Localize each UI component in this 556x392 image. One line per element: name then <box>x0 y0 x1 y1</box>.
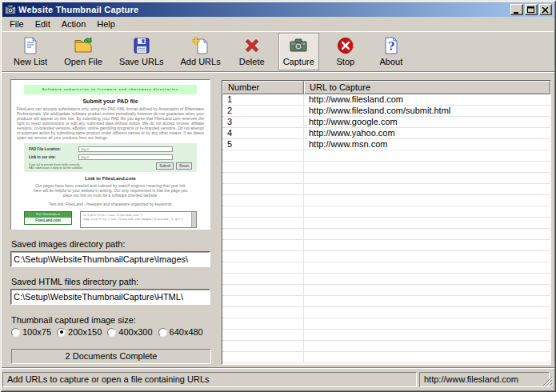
images-path-input[interactable] <box>10 251 210 267</box>
table-row-empty <box>222 274 550 285</box>
table-row[interactable]: 4http://www.yahoo.com <box>222 128 550 139</box>
menu-item-edit[interactable]: Edit <box>30 18 56 30</box>
toolbar-button-label: New List <box>14 57 47 66</box>
webpage-preview-thumbnail: Software submission to freeware and shar… <box>10 79 210 230</box>
cell-number <box>222 150 304 161</box>
thumbnail-size-label: Thumbnail captured image size: <box>11 315 136 325</box>
radio-button-200x150-selected[interactable] <box>57 328 66 337</box>
menu-bar: FileEditActionHelp <box>2 17 554 32</box>
toolbar-button-stop[interactable]: Stop <box>326 33 365 70</box>
thumbnail-size-options: 100x75200x150400x300640x480 <box>11 327 219 337</box>
cell-url <box>304 195 550 206</box>
cell-number: 1 <box>222 94 304 105</box>
table-row[interactable]: 5http://www.msn.com <box>222 139 550 150</box>
table-row-empty <box>222 162 550 173</box>
cell-url: http://www.filesland.com <box>304 94 550 105</box>
size-option-label: 100x75 <box>22 327 51 337</box>
radio-button-100x75[interactable] <box>11 328 20 337</box>
cell-url <box>304 352 550 362</box>
column-header-url[interactable]: URL to Capture <box>304 81 550 94</box>
cell-number <box>222 296 304 306</box>
cell-url <box>304 218 550 228</box>
cell-url <box>304 150 550 161</box>
cell-number <box>222 240 304 250</box>
table-row[interactable]: 3http://www.google.com <box>222 117 550 128</box>
svg-text:?: ? <box>388 40 394 53</box>
toolbar-button-label: About <box>379 57 402 66</box>
toolbar-button-label: Delete <box>239 57 265 66</box>
size-option-640x480[interactable]: 640x480 <box>158 327 203 337</box>
preview-heading: Submit your PAD file <box>11 98 210 104</box>
cell-url <box>304 285 550 295</box>
toolbar-button-about[interactable]: ?About <box>372 33 410 70</box>
toolbar-button-delete[interactable]: Delete <box>233 33 271 70</box>
toolbar-button-add-urls[interactable]: Add URLs <box>176 33 226 70</box>
window-title: Website Thumbnail Capture <box>18 5 510 14</box>
html-path-input[interactable] <box>10 289 210 305</box>
radio-button-400x300[interactable] <box>107 328 116 337</box>
table-row[interactable]: 1http://www.filesland.com <box>222 94 550 106</box>
preview-code-scrollbar <box>191 212 196 227</box>
toolbar-button-open-file[interactable]: Open File <box>59 33 107 70</box>
cell-url <box>304 184 550 194</box>
cell-number <box>222 274 304 284</box>
preview-pad-input: http:// <box>78 146 173 152</box>
size-option-200x150[interactable]: 200x150 <box>57 327 102 337</box>
table-row-empty <box>222 150 550 162</box>
table-row-empty <box>222 285 550 296</box>
table-row-empty <box>222 229 550 240</box>
table-row-empty <box>222 296 550 307</box>
add-urls-icon <box>191 36 210 55</box>
maximize-button[interactable] <box>525 4 538 15</box>
images-path-label: Saved images directory path: <box>11 239 125 249</box>
table-row-empty <box>222 330 550 341</box>
menu-item-help[interactable]: Help <box>91 18 121 30</box>
toolbar-button-label: Add URLs <box>181 57 221 66</box>
menu-item-action[interactable]: Action <box>56 18 92 30</box>
toolbar-button-save-urls[interactable]: Save URLs <box>114 33 169 70</box>
cell-number <box>222 229 304 239</box>
table-row-empty <box>222 218 550 229</box>
toolbar-button-new-list[interactable]: New List <box>9 33 52 70</box>
statusbar-divider <box>2 367 554 369</box>
column-header-number[interactable]: Number <box>222 81 304 94</box>
resize-grip[interactable] <box>542 376 553 386</box>
radio-button-640x480[interactable] <box>158 328 167 337</box>
url-table: Number URL to Capture 1http://www.filesl… <box>222 80 551 365</box>
preview-intro-text: FilesLand can accepts submissions only u… <box>17 106 204 140</box>
open-file-icon <box>74 36 93 55</box>
cell-number: 3 <box>222 117 304 127</box>
stop-icon <box>336 36 355 55</box>
cell-number <box>222 251 304 262</box>
minimize-button[interactable] <box>510 4 523 15</box>
table-row[interactable]: 2http://www.filesland.com/submit.html <box>222 106 550 117</box>
cell-url <box>304 251 550 262</box>
toolbar-button-label: Stop <box>336 57 354 66</box>
about-icon: ? <box>382 36 401 55</box>
cell-url <box>304 162 550 172</box>
cell-url <box>304 296 550 306</box>
documents-complete-status: 2 Documents Complete <box>11 349 211 364</box>
cell-number <box>222 330 304 340</box>
size-option-400x300[interactable]: 400x300 <box>107 327 152 337</box>
table-row-empty <box>222 262 550 274</box>
cell-url <box>304 307 550 318</box>
close-button[interactable] <box>539 4 552 15</box>
table-row-empty <box>222 184 550 195</box>
cell-number <box>222 206 304 217</box>
url-table-body: 1http://www.filesland.com2http://www.fil… <box>222 94 550 363</box>
toolbar-button-capture[interactable]: Capture <box>278 33 319 70</box>
cell-number: 4 <box>222 128 304 138</box>
camera-app-icon <box>5 4 16 15</box>
menu-item-file[interactable]: File <box>4 18 30 30</box>
table-row-empty <box>222 173 550 184</box>
capture-icon <box>289 36 308 55</box>
status-message: Add URLs to capture or open a file conta… <box>2 372 417 387</box>
status-url: http://www.filesland.com <box>419 372 550 387</box>
cell-number <box>222 341 304 351</box>
preview-filesland-badge: Free Downloads at FilesLand.com <box>24 211 72 225</box>
toolbar-button-label: Save URLs <box>119 57 164 66</box>
table-row-empty <box>222 307 550 318</box>
status-bar: Add URLs to capture or open a file conta… <box>0 370 556 390</box>
size-option-100x75[interactable]: 100x75 <box>11 327 51 337</box>
